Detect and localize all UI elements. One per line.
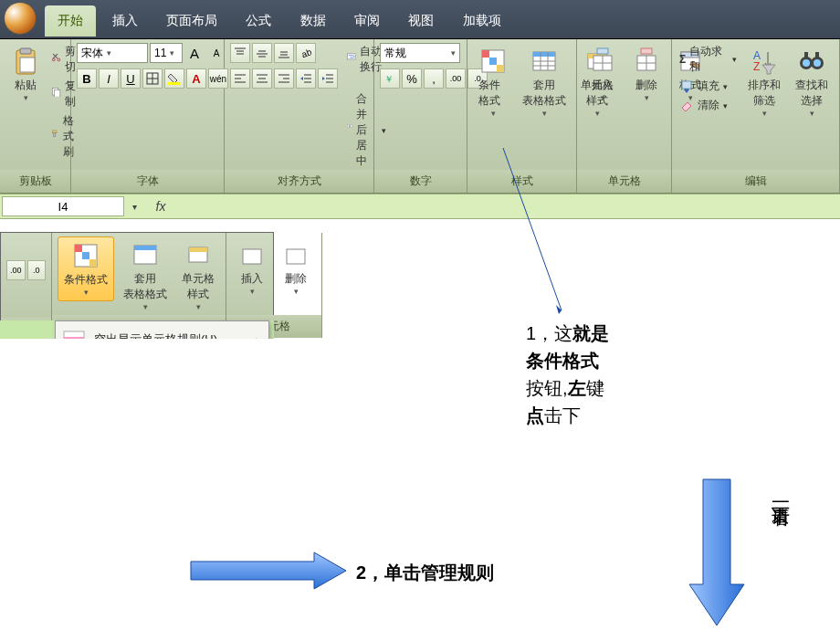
submenu-arrow-icon: ▸ bbox=[256, 334, 261, 340]
shrink-font-button[interactable]: A bbox=[206, 43, 226, 63]
underline-button[interactable]: U bbox=[121, 68, 141, 89]
svg-point-4 bbox=[58, 58, 60, 61]
table-format-icon bbox=[530, 47, 559, 76]
sort-filter-icon: AZ bbox=[750, 47, 779, 76]
tab-data[interactable]: 数据 bbox=[288, 5, 339, 37]
svg-rect-83 bbox=[243, 249, 261, 264]
svg-rect-8 bbox=[54, 132, 56, 136]
svg-rect-66 bbox=[682, 81, 691, 89]
align-center-button[interactable] bbox=[252, 68, 272, 89]
tab-insert[interactable]: 插入 bbox=[100, 5, 151, 37]
binoculars-icon bbox=[797, 47, 826, 76]
svg-rect-78 bbox=[89, 259, 97, 267]
grow-font-button[interactable]: A bbox=[184, 43, 205, 63]
ribbon-body: 粘贴 ▾ 剪切 复制 格式刷 剪贴板 bbox=[0, 39, 840, 194]
tab-review[interactable]: 审阅 bbox=[341, 5, 393, 37]
dec-decimal-button-2[interactable]: .0 bbox=[27, 260, 47, 280]
insert-cells-icon bbox=[588, 47, 617, 76]
group-number: 常规▾ ￥ % , .00 .0 数字 bbox=[374, 39, 467, 193]
svg-point-72 bbox=[814, 59, 821, 67]
indent-inc-button[interactable] bbox=[318, 68, 338, 89]
inc-decimal-button-2[interactable]: .00 bbox=[6, 260, 26, 280]
formula-bar: I4 ▾ fx bbox=[0, 194, 840, 219]
svg-rect-45 bbox=[482, 50, 489, 58]
valign-top-button[interactable] bbox=[230, 43, 250, 63]
fill-color-button[interactable] bbox=[164, 68, 184, 89]
comma-button[interactable]: , bbox=[424, 68, 444, 89]
number-format-combo[interactable]: 常规▾ bbox=[380, 43, 460, 63]
svg-rect-63 bbox=[641, 48, 652, 54]
valign-middle-button[interactable] bbox=[252, 43, 272, 63]
svg-rect-7 bbox=[53, 131, 57, 133]
svg-rect-77 bbox=[82, 252, 89, 259]
delete-cells-button[interactable]: 删除▾ bbox=[626, 43, 667, 106]
group-font: 宋体▾ 11▾ A A B I U A wén 字体 bbox=[71, 39, 225, 193]
svg-text:ab: ab bbox=[300, 47, 312, 59]
align-left-button[interactable] bbox=[230, 68, 250, 89]
table-format-label: 套用 表格格式 bbox=[522, 78, 566, 109]
sort-filter-button[interactable]: AZ 排序和 筛选▾ bbox=[742, 43, 786, 121]
tab-formulas[interactable]: 公式 bbox=[233, 5, 284, 37]
font-name-combo[interactable]: 宋体▾ bbox=[77, 43, 148, 63]
format-as-table-button-2[interactable]: 套用 表格格式▾ bbox=[118, 236, 173, 315]
tab-addins[interactable]: 加载项 bbox=[450, 5, 514, 37]
valign-bottom-button[interactable] bbox=[274, 43, 294, 63]
scissors-icon bbox=[51, 52, 61, 67]
dropdown-arrow-icon: ▾ bbox=[24, 93, 28, 102]
bold-button[interactable]: B bbox=[77, 68, 97, 89]
tab-home[interactable]: 开始 bbox=[45, 5, 96, 37]
delete-cells-button-2[interactable]: 删除▾ bbox=[276, 236, 316, 299]
cond-format-label: 条件格式 bbox=[478, 78, 508, 109]
name-box-dropdown[interactable]: ▾ bbox=[126, 194, 142, 218]
border-button[interactable] bbox=[142, 68, 163, 89]
align-right-button[interactable] bbox=[274, 68, 294, 89]
conditional-formatting-button[interactable]: 条件格式▾ bbox=[473, 43, 513, 121]
brush-icon bbox=[51, 130, 59, 144]
svg-rect-49 bbox=[533, 52, 555, 57]
find-select-button[interactable]: 查找和 选择▾ bbox=[790, 43, 834, 121]
insert-cells-button[interactable]: 插入▾ bbox=[583, 43, 623, 106]
svg-rect-80 bbox=[134, 246, 156, 250]
svg-rect-6 bbox=[55, 90, 60, 98]
svg-point-3 bbox=[52, 58, 55, 61]
svg-rect-74 bbox=[815, 52, 819, 58]
cell-styles-button-2[interactable]: 单元格 样式▾ bbox=[176, 236, 220, 315]
annotation-arrow-1 bbox=[498, 146, 607, 329]
font-size-combo[interactable]: 11▾ bbox=[150, 43, 183, 63]
copy-icon bbox=[51, 87, 61, 101]
svg-rect-12 bbox=[168, 82, 181, 85]
office-button[interactable] bbox=[4, 2, 38, 37]
alignment-group-label: 对齐方式 bbox=[225, 170, 373, 193]
inc-decimal-button[interactable]: .00 bbox=[446, 68, 466, 89]
group-alignment: ab 自动换行 a 合并后居中▾ bbox=[225, 39, 374, 193]
format-as-table-button[interactable]: 套用 表格格式▾ bbox=[517, 43, 572, 121]
svg-rect-1 bbox=[20, 48, 31, 54]
svg-rect-86 bbox=[64, 337, 84, 339]
table-format-icon bbox=[131, 240, 160, 269]
clear-button[interactable]: 清除▾ bbox=[677, 97, 739, 114]
annotation-1: 1，这就是 条件格式 按钮,左键 点击下 bbox=[526, 320, 609, 339]
orientation-button[interactable]: ab bbox=[296, 43, 316, 63]
indent-dec-button[interactable] bbox=[296, 68, 316, 89]
name-box[interactable]: I4 bbox=[2, 196, 124, 216]
fill-button[interactable]: 填充▾ bbox=[677, 78, 739, 95]
insert-cells-icon bbox=[237, 240, 267, 269]
tab-page-layout[interactable]: 页面布局 bbox=[153, 5, 230, 37]
menu-highlight-rules[interactable]: 突出显示单元格规则(H) ▸ bbox=[56, 321, 268, 339]
paste-button[interactable]: 粘贴 ▾ bbox=[5, 43, 46, 106]
autosum-button[interactable]: Σ自动求和▾ bbox=[677, 43, 739, 76]
font-color-button[interactable]: A bbox=[186, 68, 206, 89]
font-group-label: 字体 bbox=[71, 170, 224, 193]
cond-format-icon bbox=[71, 241, 100, 270]
percent-button[interactable]: % bbox=[402, 68, 422, 89]
fx-label[interactable]: fx bbox=[142, 194, 179, 218]
conditional-formatting-button-2[interactable]: 条件格式▾ bbox=[58, 236, 114, 301]
svg-rect-73 bbox=[804, 52, 808, 58]
italic-button[interactable]: I bbox=[99, 68, 119, 89]
tab-view[interactable]: 视图 bbox=[395, 5, 446, 37]
paste-label: 粘贴 bbox=[15, 78, 37, 93]
insert-cells-button-2[interactable]: 插入▾ bbox=[232, 236, 272, 299]
currency-button[interactable]: ￥ bbox=[380, 68, 400, 89]
editing-group-label: 编辑 bbox=[672, 170, 839, 193]
svg-rect-47 bbox=[497, 65, 504, 72]
